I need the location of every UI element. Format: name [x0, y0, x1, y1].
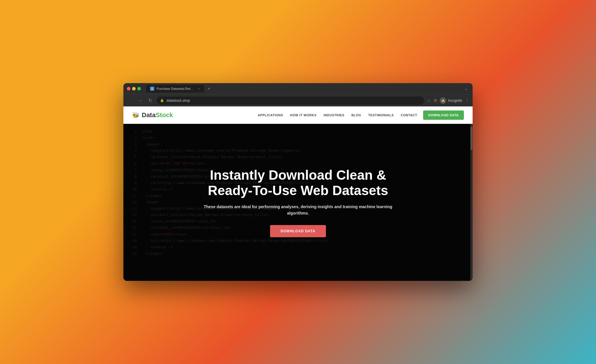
maximize-dot[interactable] [137, 87, 141, 90]
tab-chevron-icon[interactable]: ⌄ [464, 86, 468, 91]
nav-contact[interactable]: CONTACT [401, 113, 417, 117]
nav-testimonials[interactable]: TESTIMONIALS [368, 113, 394, 117]
logo-icon: 🐝 [132, 112, 139, 119]
hero-title: Instantly Download Clean & Ready-To-Use … [193, 167, 403, 198]
new-tab-button[interactable]: + [205, 85, 212, 92]
tab-favicon-icon: D [150, 87, 154, 91]
nav-how-it-works[interactable]: HOW IT WORKS [290, 113, 317, 117]
hero-section: 1 <?xml 2 <root> 3 <page> 4 <pageurl>htt… [123, 124, 473, 281]
hero-subtitle: These datasets are ideal for performing … [193, 204, 403, 217]
more-options-icon[interactable]: ⋮ [465, 98, 469, 103]
lock-icon: 🔒 [160, 99, 164, 102]
bookmark-icon[interactable]: ☆ [427, 98, 431, 103]
nav-industries[interactable]: INDUSTRIES [324, 113, 345, 117]
title-bar: D Purchase Datasets| Retail Data... × + … [123, 83, 473, 94]
address-bar: ← → ↻ 🔒 datastock.shop ☆ ⧉ 🕵 Incognito ⋮ [123, 94, 473, 106]
browser-tab[interactable]: D Purchase Datasets| Retail Data... × [146, 85, 204, 92]
website-content: 🐝 DataStock APPLICATIONS HOW IT WORKS IN… [123, 106, 473, 281]
logo-text: DataStock [142, 111, 173, 119]
forward-button[interactable]: → [137, 97, 144, 104]
incognito-label: Incognito [448, 99, 462, 103]
url-text: datastock.shop [166, 99, 190, 103]
close-dot[interactable] [127, 87, 130, 90]
minimize-dot[interactable] [132, 87, 136, 90]
browser-window: D Purchase Datasets| Retail Data... × + … [123, 83, 473, 281]
traffic-lights [127, 87, 141, 90]
site-nav: 🐝 DataStock APPLICATIONS HOW IT WORKS IN… [123, 106, 473, 124]
tab-title: Purchase Datasets| Retail Data... [157, 87, 195, 90]
scrollbar[interactable] [470, 124, 473, 281]
tab-close-icon[interactable]: × [197, 87, 200, 91]
incognito-badge: 🕵 Incognito [440, 97, 462, 104]
tab-area: D Purchase Datasets| Retail Data... × + … [146, 85, 469, 92]
nav-applications[interactable]: APPLICATIONS [258, 113, 283, 117]
back-button[interactable]: ← [127, 97, 134, 104]
address-right-icons: ☆ ⧉ 🕵 Incognito ⋮ [427, 97, 469, 104]
tab-view-icon[interactable]: ⧉ [434, 98, 437, 103]
reload-button[interactable]: ↻ [147, 97, 154, 104]
nav-links: APPLICATIONS HOW IT WORKS INDUSTRIES BLO… [258, 113, 417, 117]
nav-download-button[interactable]: DOWNLOAD DATA [423, 110, 464, 120]
hero-content: Instantly Download Clean & Ready-To-Use … [182, 167, 414, 238]
nav-blog[interactable]: BLOG [351, 113, 361, 117]
scrollbar-thumb[interactable] [471, 127, 472, 150]
url-bar[interactable]: 🔒 datastock.shop [157, 97, 424, 105]
site-logo[interactable]: 🐝 DataStock [132, 111, 173, 119]
incognito-avatar-icon: 🕵 [440, 97, 446, 104]
hero-download-button[interactable]: DOWNLOAD DATA [270, 225, 326, 237]
